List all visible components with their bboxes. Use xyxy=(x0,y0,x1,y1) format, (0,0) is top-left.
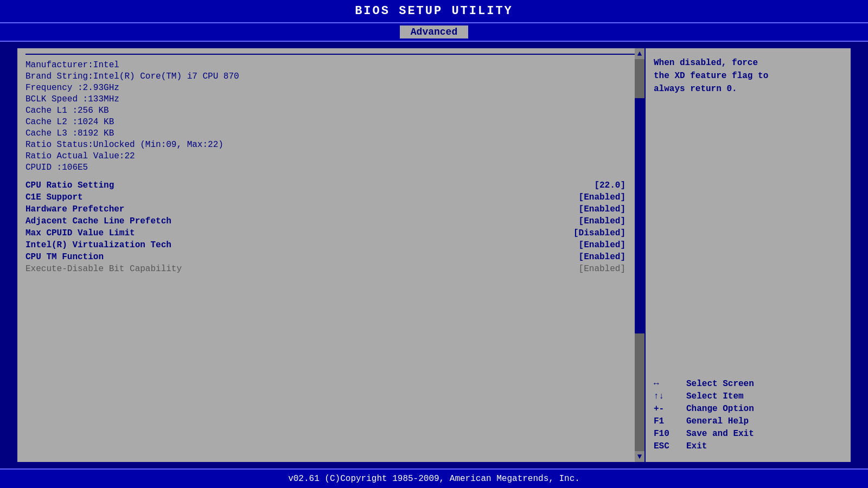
key-symbol-4: F10 xyxy=(654,429,686,439)
key-help-row-5: ESCExit xyxy=(654,441,843,451)
setting-label-6: CPU TM Function xyxy=(25,252,579,262)
scrollbar-track[interactable] xyxy=(635,59,644,451)
tab-advanced[interactable]: Advanced xyxy=(400,25,468,38)
info-ratio-actual: Ratio Actual Value:22 xyxy=(25,151,626,161)
setting-label-4: Max CPUID Value Limit xyxy=(25,228,573,238)
key-desc-1: Select Item xyxy=(686,391,843,401)
info-cache-l2: Cache L2 :1024 KB xyxy=(25,117,626,127)
scrollbar-thumb[interactable] xyxy=(635,98,644,333)
info-cache-l1: Cache L1 :256 KB xyxy=(25,106,626,115)
footer-text: v02.61 (C)Copyright 1985-2009, American … xyxy=(288,474,580,484)
setting-value-2: [Enabled] xyxy=(579,204,626,214)
key-desc-4: Save and Exit xyxy=(686,429,843,439)
help-text: When disabled, force the XD feature flag… xyxy=(654,56,843,95)
info-cache-l3: Cache L3 :8192 KB xyxy=(25,129,626,138)
key-desc-5: Exit xyxy=(686,441,843,451)
setting-value-4: [Disabled] xyxy=(573,228,626,238)
setting-value-0: [22.0] xyxy=(594,181,626,190)
key-symbol-3: F1 xyxy=(654,416,686,426)
right-panel: When disabled, force the XD feature flag… xyxy=(646,47,852,463)
left-panel: Manufacturer:Intel Brand String:Intel(R)… xyxy=(16,47,646,463)
setting-row-1[interactable]: C1E Support[Enabled] xyxy=(25,192,626,202)
scroll-down-arrow[interactable]: ▼ xyxy=(636,451,643,462)
key-help-row-0: ↔Select Screen xyxy=(654,379,843,389)
setting-row-4[interactable]: Max CPUID Value Limit[Disabled] xyxy=(25,228,626,238)
key-help-row-2: +-Change Option xyxy=(654,404,843,414)
setting-row-6[interactable]: CPU TM Function[Enabled] xyxy=(25,252,626,262)
info-bclk: BCLK Speed :133MHz xyxy=(25,94,626,104)
key-symbol-2: +- xyxy=(654,404,686,414)
setting-row-2[interactable]: Hardware Prefetcher[Enabled] xyxy=(25,204,626,214)
top-divider xyxy=(25,54,636,55)
bios-title: BIOS SETUP UTILITY xyxy=(355,4,513,18)
settings-section: CPU Ratio Setting[22.0]C1E Support[Enabl… xyxy=(25,181,636,274)
info-manufacturer: Manufacturer:Intel xyxy=(25,60,626,70)
setting-label-2: Hardware Prefetcher xyxy=(25,204,579,214)
key-symbol-1: ↑↓ xyxy=(654,391,686,401)
setting-value-1: [Enabled] xyxy=(579,192,626,202)
tab-bar: Advanced xyxy=(0,23,868,42)
setting-label-1: C1E Support xyxy=(25,192,579,202)
setting-row-0[interactable]: CPU Ratio Setting[22.0] xyxy=(25,181,626,190)
setting-row-5[interactable]: Intel(R) Virtualization Tech[Enabled] xyxy=(25,240,626,250)
info-brand: Brand String:Intel(R) Core(TM) i7 CPU 87… xyxy=(25,72,626,81)
setting-value-7: [Enabled] xyxy=(579,264,626,274)
cpu-info-section: Manufacturer:Intel Brand String:Intel(R)… xyxy=(25,60,636,172)
scroll-up-arrow[interactable]: ▲ xyxy=(636,48,643,59)
info-ratio-status: Ratio Status:Unlocked (Min:09, Max:22) xyxy=(25,140,626,150)
bios-screen: BIOS SETUP UTILITY Advanced Manufacturer… xyxy=(0,0,868,488)
key-symbol-5: ESC xyxy=(654,441,686,451)
setting-value-3: [Enabled] xyxy=(579,216,626,226)
setting-row-7[interactable]: Execute-Disable Bit Capability[Enabled] xyxy=(25,264,626,274)
key-help-section: ↔Select Screen↑↓Select Item+-Change Opti… xyxy=(654,379,843,454)
info-cpuid: CPUID :106E5 xyxy=(25,163,626,172)
setting-label-3: Adjacent Cache Line Prefetch xyxy=(25,216,579,226)
setting-label-0: CPU Ratio Setting xyxy=(25,181,594,190)
info-frequency: Frequency :2.93GHz xyxy=(25,83,626,93)
setting-value-5: [Enabled] xyxy=(579,240,626,250)
title-bar: BIOS SETUP UTILITY xyxy=(0,0,868,23)
setting-label-7: Execute-Disable Bit Capability xyxy=(25,264,579,274)
setting-label-5: Intel(R) Virtualization Tech xyxy=(25,240,579,250)
main-content: Manufacturer:Intel Brand String:Intel(R)… xyxy=(0,42,868,468)
key-symbol-0: ↔ xyxy=(654,379,686,389)
setting-value-6: [Enabled] xyxy=(579,252,626,262)
key-help-row-4: F10Save and Exit xyxy=(654,429,843,439)
scrollbar[interactable]: ▲ ▼ xyxy=(635,48,644,462)
footer: v02.61 (C)Copyright 1985-2009, American … xyxy=(0,468,868,488)
key-desc-2: Change Option xyxy=(686,404,843,414)
key-desc-3: General Help xyxy=(686,416,843,426)
key-help-row-1: ↑↓Select Item xyxy=(654,391,843,401)
setting-row-3[interactable]: Adjacent Cache Line Prefetch[Enabled] xyxy=(25,216,626,226)
key-help-row-3: F1General Help xyxy=(654,416,843,426)
key-desc-0: Select Screen xyxy=(686,379,843,389)
